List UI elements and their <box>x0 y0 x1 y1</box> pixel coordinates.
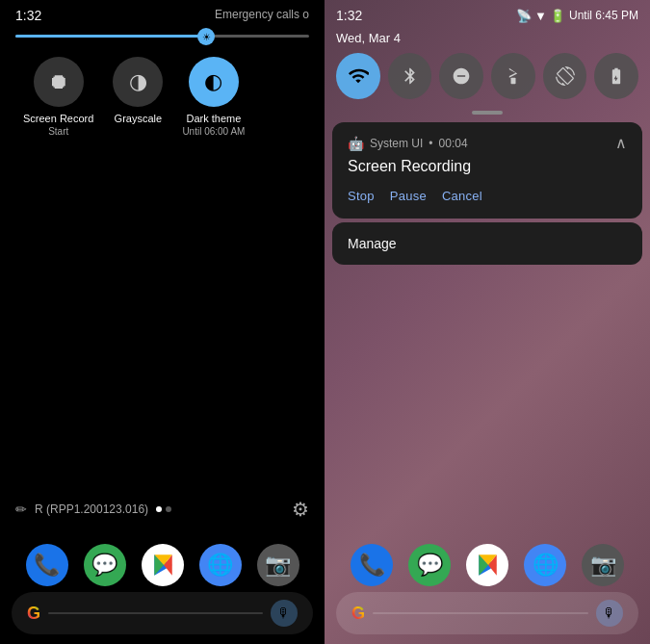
right-panel: 1:32 📡 ▼ 🔋 Until 6:45 PM Wed, Mar 4 <box>325 0 650 644</box>
tile-wifi[interactable] <box>336 53 380 99</box>
right-app-dock: 📞 💬 🌐 📷 <box>325 544 650 586</box>
brightness-row[interactable] <box>0 31 325 49</box>
app-play-left[interactable] <box>142 544 184 586</box>
battery-icon: 🔋 <box>550 9 565 23</box>
settings-button[interactable]: ⚙ <box>292 498 309 521</box>
tile-grayscale-icon: ◑ <box>113 57 163 107</box>
cast-icon: 📡 <box>516 9 532 23</box>
right-search-bar[interactable]: G 🎙 <box>336 592 638 634</box>
tile-flashlight[interactable] <box>491 53 535 99</box>
status-icon-group: 📡 ▼ 🔋 <box>516 9 565 23</box>
app-play-right[interactable] <box>466 544 508 586</box>
brightness-fill <box>15 35 206 38</box>
right-time: 1:32 <box>336 8 362 23</box>
left-app-dock: 📞 💬 🌐 📷 <box>0 544 325 586</box>
tile-dark-theme-label: Dark theme <box>186 113 241 124</box>
left-quick-tiles: ⏺ Screen Record Start ◑ Grayscale ◐ Dark… <box>0 49 325 144</box>
left-status-bar: 1:32 Emergency calls o <box>0 0 325 31</box>
pencil-icon: ✏ <box>15 502 27 517</box>
right-status-bar: 1:32 📡 ▼ 🔋 Until 6:45 PM <box>325 0 650 31</box>
google-logo-right: G <box>351 604 365 624</box>
tile-bluetooth[interactable] <box>388 53 432 99</box>
manage-label: Manage <box>348 236 397 251</box>
tile-grayscale[interactable]: ◑ Grayscale <box>113 57 163 137</box>
until-text: Until 6:45 PM <box>569 9 638 22</box>
dot-1 <box>156 506 162 512</box>
brightness-thumb <box>197 28 215 45</box>
right-quick-tiles <box>325 49 650 107</box>
tile-screen-record[interactable]: ⏺ Screen Record Start <box>23 57 93 137</box>
date-label: Wed, Mar 4 <box>336 31 401 45</box>
svg-rect-4 <box>510 78 515 85</box>
manage-row[interactable]: Manage <box>332 222 642 265</box>
notif-header: 🤖 System UI • 00:04 ∧ <box>348 134 627 152</box>
notif-dot: • <box>429 137 432 150</box>
app-messages-left[interactable]: 💬 <box>84 544 126 586</box>
wifi-icon: ▼ <box>534 9 547 23</box>
tile-screen-record-icon: ⏺ <box>34 57 84 107</box>
left-search-bar[interactable]: G 🎙 <box>12 592 313 634</box>
tile-grayscale-label: Grayscale <box>115 113 163 124</box>
indicator-pill <box>472 111 503 115</box>
notif-app-name: System UI <box>370 137 423 150</box>
left-bottom-bar: ✏ R (RPP1.200123.016) ⚙ <box>0 490 325 528</box>
tile-screen-record-sublabel: Start <box>48 126 68 137</box>
notif-title: Screen Recording <box>348 158 627 175</box>
tile-dark-theme-icon: ◐ <box>189 57 239 107</box>
emergency-text: Emergency calls o <box>215 8 309 21</box>
indicator-line <box>325 107 650 118</box>
app-chrome-left[interactable]: 🌐 <box>199 544 242 586</box>
tile-dnd[interactable] <box>439 53 483 99</box>
notif-app-info: 🤖 System UI • 00:04 <box>348 136 468 151</box>
gear-icon: ⚙ <box>292 499 309 520</box>
google-mic-right[interactable]: 🎙 <box>596 600 623 627</box>
notif-pause-button[interactable]: Pause <box>390 185 434 207</box>
system-ui-icon: 🤖 <box>348 136 364 151</box>
notif-time: 00:04 <box>439 137 468 150</box>
google-mic-left[interactable]: 🎙 <box>271 600 298 627</box>
app-messages-right[interactable]: 💬 <box>408 544 451 586</box>
app-chrome-right[interactable]: 🌐 <box>524 544 566 586</box>
build-text: R (RPP1.200123.016) <box>35 502 148 516</box>
notif-actions: Stop Pause Cancel <box>348 185 627 207</box>
notification-card: 🤖 System UI • 00:04 ∧ Screen Recording S… <box>332 122 642 219</box>
left-time: 1:32 <box>15 8 41 23</box>
date-row: Wed, Mar 4 <box>325 31 650 49</box>
notif-expand-icon[interactable]: ∧ <box>615 134 627 152</box>
app-phone-left[interactable]: 📞 <box>26 544 68 586</box>
build-info: ✏ R (RPP1.200123.016) <box>15 502 171 517</box>
brightness-track[interactable] <box>15 35 309 38</box>
search-divider-left <box>48 612 263 614</box>
tile-rotation[interactable] <box>543 53 587 99</box>
right-status-icons: 📡 ▼ 🔋 Until 6:45 PM <box>516 9 638 23</box>
app-camera-left[interactable]: 📷 <box>257 544 299 586</box>
notif-cancel-button[interactable]: Cancel <box>442 185 490 207</box>
search-divider-right <box>373 612 588 614</box>
left-panel: 1:32 Emergency calls o ⏺ Screen Record S… <box>0 0 325 644</box>
tile-screen-record-label: Screen Record <box>23 113 93 124</box>
tile-dark-theme-sublabel: Until 06:00 AM <box>182 126 245 137</box>
tile-battery-saver[interactable] <box>594 53 638 99</box>
page-indicator <box>156 506 171 512</box>
app-phone-right[interactable]: 📞 <box>351 544 393 586</box>
tile-dark-theme[interactable]: ◐ Dark theme Until 06:00 AM <box>182 57 245 137</box>
dot-2 <box>166 506 171 512</box>
app-camera-right[interactable]: 📷 <box>582 544 624 586</box>
google-logo-left: G <box>27 604 40 624</box>
notif-stop-button[interactable]: Stop <box>348 185 382 207</box>
